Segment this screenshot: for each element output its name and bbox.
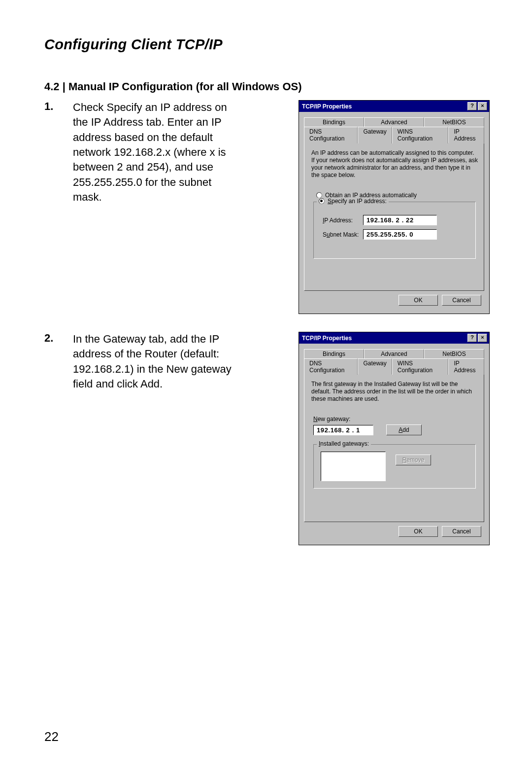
page-number: 22	[44, 729, 59, 744]
tcpip-dialog-ip: TCP/IP Properties ? × Bindings Advanced …	[299, 100, 490, 314]
tab-ipaddress[interactable]: IP Address	[448, 127, 484, 143]
dialog-title-text: TCP/IP Properties	[302, 103, 467, 110]
remove-button[interactable]: Remove	[396, 455, 431, 465]
tab-wins[interactable]: WINS Configuration	[392, 127, 449, 143]
tabs-row-top: Bindings Advanced NetBIOS DNS Configurat…	[304, 117, 484, 143]
step-1-text: Check Specify an IP address on the IP Ad…	[73, 100, 244, 205]
gw-help-text: The first gateway in the Installed Gatew…	[311, 381, 478, 403]
tab-bindings[interactable]: Bindings	[304, 349, 364, 358]
step-1-number: 1.	[44, 100, 73, 113]
ok-button[interactable]: OK	[399, 295, 438, 306]
tab-gateway[interactable]: Gateway	[358, 127, 392, 143]
add-button[interactable]: Add	[386, 424, 422, 435]
subnet-mask-label: Subnet Mask:	[323, 231, 363, 238]
step-2-text: In the Gateway tab, add the IP address o…	[73, 332, 244, 391]
step-2-row: 2. In the Gateway tab, add the IP addres…	[44, 332, 490, 545]
document-page: Configuring Client TCP/IP 4.2 | Manual I…	[0, 0, 532, 774]
radio-specify-label: Specify an IP address:	[328, 198, 387, 205]
help-icon[interactable]: ?	[467, 334, 477, 342]
cancel-button[interactable]: Cancel	[442, 295, 481, 306]
help-icon[interactable]: ?	[467, 102, 477, 110]
tab-gateway[interactable]: Gateway	[358, 358, 392, 375]
dialog-button-row: OK Cancel	[304, 522, 484, 540]
radio-icon	[319, 198, 325, 204]
cancel-button[interactable]: Cancel	[442, 526, 481, 537]
close-icon[interactable]: ×	[478, 334, 487, 342]
ip-address-input[interactable]: 192.168. 2 . 22	[363, 215, 437, 225]
ip-address-row: IP Address: 192.168. 2 . 22	[323, 215, 469, 225]
dialog-titlebar[interactable]: TCP/IP Properties ? ×	[299, 332, 489, 344]
tab-panel-gateway: The first gateway in the Installed Gatew…	[304, 374, 484, 522]
tab-advanced[interactable]: Advanced	[364, 349, 424, 358]
ok-button[interactable]: OK	[399, 526, 438, 537]
radio-specify-wrapper[interactable]: Specify an IP address:	[317, 198, 389, 205]
tab-advanced[interactable]: Advanced	[364, 117, 424, 127]
tab-dns[interactable]: DNS Configuration	[304, 358, 358, 375]
dialog-2-wrapper: TCP/IP Properties ? × Bindings Advanced …	[299, 332, 490, 545]
dialog-button-row: OK Cancel	[304, 291, 484, 309]
ip-help-text: An IP address can be automatically assig…	[311, 149, 478, 179]
tab-netbios[interactable]: NetBIOS	[424, 117, 484, 127]
dialog-body: Bindings Advanced NetBIOS DNS Configurat…	[299, 344, 489, 545]
tabs-row-top: Bindings Advanced NetBIOS DNS Configurat…	[304, 349, 484, 374]
new-gateway-label: New gateway:	[313, 416, 478, 422]
installed-gateways-group: Installed gateways: Remove	[313, 444, 476, 489]
tab-wins[interactable]: WINS Configuration	[392, 358, 449, 375]
tab-netbios[interactable]: NetBIOS	[424, 349, 484, 358]
page-title: Configuring Client TCP/IP	[44, 36, 490, 53]
dialog-body: Bindings Advanced NetBIOS DNS Configurat…	[299, 112, 489, 314]
ip-address-label: IP Address:	[323, 217, 363, 224]
tcpip-dialog-gateway: TCP/IP Properties ? × Bindings Advanced …	[299, 332, 490, 545]
new-gateway-input[interactable]: 192.168. 2 . 1	[313, 425, 373, 435]
installed-gateways-label: Installed gateways:	[317, 440, 371, 447]
tab-bindings[interactable]: Bindings	[304, 117, 364, 127]
subnet-mask-row: Subnet Mask: 255.255.255. 0	[323, 229, 469, 240]
section-heading: 4.2 | Manual IP Configuration (for all W…	[44, 80, 490, 93]
step-1-row: 1. Check Specify an IP address on the IP…	[44, 100, 490, 314]
specify-groupbox: Specify an IP address: IP Address: 192.1…	[313, 202, 476, 259]
dialog-1-wrapper: TCP/IP Properties ? × Bindings Advanced …	[299, 100, 490, 314]
close-icon[interactable]: ×	[478, 102, 487, 110]
subnet-mask-input[interactable]: 255.255.255. 0	[363, 229, 437, 240]
dialog-titlebar[interactable]: TCP/IP Properties ? ×	[299, 101, 489, 112]
step-2-number: 2.	[44, 332, 73, 345]
tab-panel-ip: An IP address can be automatically assig…	[304, 143, 484, 291]
installed-gateways-list[interactable]	[321, 452, 386, 481]
tab-dns[interactable]: DNS Configuration	[304, 127, 358, 143]
dialog-title-text: TCP/IP Properties	[302, 335, 467, 342]
tab-ipaddress[interactable]: IP Address	[448, 358, 484, 375]
